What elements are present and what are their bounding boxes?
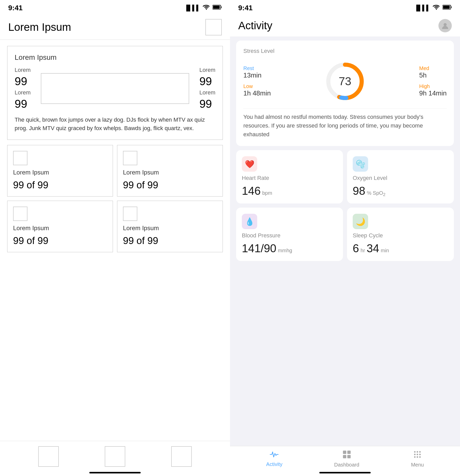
nav-item-0[interactable] (38, 446, 59, 467)
home-bar-left (89, 472, 141, 473)
sleep-min-unit: min (381, 248, 389, 254)
menu-icon (413, 450, 421, 460)
svg-rect-10 (343, 451, 346, 454)
wifi-icon (203, 5, 210, 11)
stress-med: Med 5h (419, 65, 447, 79)
grid-card-2[interactable]: Lorem Ipsum 99 of 99 (7, 201, 113, 252)
home-bar-right (319, 472, 371, 473)
svg-rect-4 (451, 6, 452, 8)
menu-nav-label: Menu (411, 462, 424, 468)
grid-icon-1 (123, 151, 137, 165)
high-value: 9h 14min (419, 89, 447, 97)
heart-rate-label: Heart Rate (242, 175, 337, 181)
grid-label-3: Lorem Ipsum (123, 225, 217, 232)
rest-label: Rest (243, 65, 271, 71)
stress-rest: Rest 13min (243, 65, 271, 79)
stress-card: Stress Level Rest 13min Low 1h 48min (236, 41, 454, 146)
main-card-title: Lorem Ipsum (15, 53, 215, 62)
sleep-value: 6 hr 34 min (353, 242, 448, 255)
rest-value: 13min (243, 71, 271, 79)
stress-high: High 9h 14min (419, 83, 447, 97)
main-card: Lorem Ipsum Lorem 99 Lorem 99 Lorem 99 L… (7, 46, 223, 140)
low-value: 1h 48min (243, 89, 271, 97)
stress-donut: 73 (323, 60, 367, 103)
sleep-label: Sleep Cycle (353, 232, 448, 239)
svg-point-21 (417, 456, 418, 458)
grid-card-3[interactable]: Lorem Ipsum 99 of 99 (117, 201, 223, 252)
metrics-grid: ❤️ Heart Rate 146 bpm 🫧 Oxygen Level 98 … (236, 150, 454, 261)
header-box[interactable] (205, 19, 222, 35)
time-right: 9:41 (238, 4, 253, 12)
metric1-value: 99 (15, 75, 31, 88)
blood-pressure-card[interactable]: 💧 Blood Pressure 141/90 mmhg (236, 208, 343, 261)
heart-rate-card[interactable]: ❤️ Heart Rate 146 bpm (236, 150, 343, 203)
heart-icon: ❤️ (242, 156, 257, 172)
nav-dashboard[interactable]: Dashboard (334, 450, 359, 468)
sleep-icon: 🌙 (353, 214, 368, 229)
svg-point-14 (414, 451, 416, 453)
battery-icon (213, 5, 222, 11)
oxygen-icon: 🫧 (353, 156, 368, 172)
grid-icon-0 (13, 151, 27, 165)
oxygen-unit: % SpO2 (367, 190, 386, 197)
heart-rate-value: 146 bpm (242, 184, 337, 197)
right-app-title: Activity (238, 20, 272, 32)
nav-item-2[interactable] (171, 446, 192, 467)
svg-point-16 (419, 451, 421, 453)
home-indicator-left (0, 471, 230, 476)
grid-card-0[interactable]: Lorem Ipsum 99 of 99 (7, 145, 113, 197)
left-content: Lorem Ipsum Lorem 99 Lorem 99 Lorem 99 L… (0, 40, 230, 441)
battery-icon-r (443, 5, 452, 11)
card-image-box (41, 73, 189, 104)
med-label: Med (419, 65, 447, 71)
card-description: The quick, brown fox jumps over a lazy d… (15, 115, 215, 132)
stress-body: Rest 13min Low 1h 48min (243, 60, 447, 103)
svg-rect-11 (347, 451, 351, 454)
grid-label-1: Lorem Ipsum (123, 169, 217, 176)
high-label: High (419, 83, 447, 89)
left-app-title: Lorem Ipsum (8, 21, 71, 33)
stress-description: You had almost no restful moments today.… (243, 108, 447, 139)
metric-group-left: Lorem 99 Lorem 99 (15, 67, 31, 110)
activity-icon (270, 451, 279, 460)
nav-item-1[interactable] (105, 446, 125, 467)
avatar[interactable] (438, 19, 452, 32)
metric3-label: Lorem (199, 67, 215, 73)
metric4-value: 99 (199, 98, 215, 110)
home-indicator-right (230, 471, 460, 476)
nav-activity[interactable]: Activity (266, 451, 282, 467)
sleep-cycle-card[interactable]: 🌙 Sleep Cycle 6 hr 34 min (347, 208, 454, 261)
signal-icon-r: ▐▌▌▌ (414, 5, 430, 11)
grid-value-1: 99 of 99 (123, 180, 217, 191)
wifi-icon-r (433, 5, 440, 11)
oxygen-card[interactable]: 🫧 Oxygen Level 98 % SpO2 (347, 150, 454, 203)
svg-point-22 (419, 456, 421, 458)
metric2-value: 99 (15, 98, 31, 110)
grid-value-0: 99 of 99 (13, 180, 107, 191)
low-label: Low (243, 83, 271, 89)
metric3-value: 99 (199, 75, 215, 88)
heart-rate-unit: bpm (262, 190, 272, 196)
signal-icon: ▐▌▌▌ (184, 5, 200, 11)
right-header: Activity (230, 14, 460, 36)
right-phone: 9:41 ▐▌▌▌ Activity Stress Level (230, 0, 460, 476)
svg-point-19 (419, 454, 421, 455)
grid-value-3: 99 of 99 (123, 235, 217, 246)
sleep-hr-unit: hr (360, 248, 365, 254)
stress-low: Low 1h 48min (243, 83, 271, 97)
grid-icon-3 (123, 207, 137, 221)
svg-point-6 (444, 23, 447, 26)
status-bar-left: 9:41 ▐▌▌▌ (0, 0, 230, 14)
svg-point-18 (417, 454, 418, 455)
grid-card-1[interactable]: Lorem Ipsum 99 of 99 (117, 145, 223, 197)
activity-nav-label: Activity (266, 461, 282, 467)
stress-section-title: Stress Level (243, 48, 447, 54)
right-content: Stress Level Rest 13min Low 1h 48min (230, 36, 460, 446)
grid-value-2: 99 of 99 (13, 235, 107, 246)
status-bar-right: 9:41 ▐▌▌▌ (230, 0, 460, 14)
grid-label-2: Lorem Ipsum (13, 225, 107, 232)
blood-icon: 💧 (242, 214, 257, 229)
left-phone: 9:41 ▐▌▌▌ Lorem Ipsum Lorem Ipsum Lorem … (0, 0, 230, 476)
svg-rect-12 (343, 455, 346, 458)
nav-menu[interactable]: Menu (411, 450, 424, 468)
